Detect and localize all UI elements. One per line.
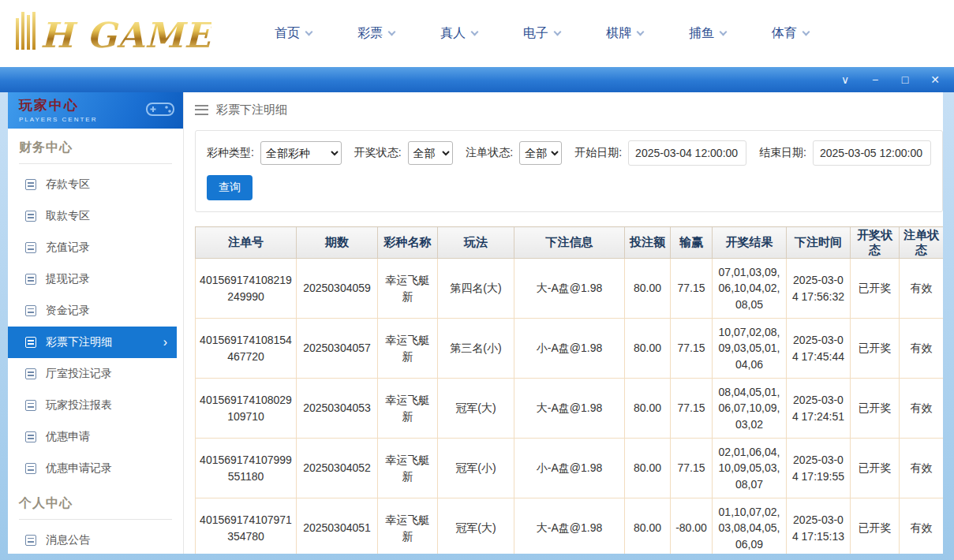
nav-item-home[interactable]: 首页	[275, 25, 312, 42]
table-cell: 有效	[900, 498, 944, 554]
column-header: 开奖状态	[851, 227, 900, 259]
sidebar-item-lottery-bet-details[interactable]: 彩票下注明细 ›	[8, 327, 177, 358]
sidebar-item-label: 玩家投注报表	[46, 398, 112, 413]
nav-label: 首页	[275, 25, 300, 42]
table-row: 40156917410797135478020250304051幸运飞艇新冠军(…	[196, 498, 944, 554]
breadcrumb: 彩票下注明细	[195, 92, 943, 127]
player-center-header: 玩家中心 PLAYERS CENTER	[8, 92, 183, 129]
draw-status-label: 开奖状态:	[354, 146, 402, 160]
finance-menu: 存款专区 取款专区 充值记录 提现记录 资金记录 彩票下注明细 ›	[8, 164, 183, 484]
hamburger-menu-icon[interactable]	[195, 105, 208, 115]
page-title: 彩票下注明细	[216, 103, 287, 118]
logo-decoration-icon	[16, 15, 36, 53]
table-cell: 10,07,02,08,09,03,05,01,04,06	[713, 319, 787, 379]
logo-text: H GAME	[40, 18, 211, 53]
table-cell: 冠军(小)	[438, 439, 514, 498]
table-cell: 20250304057	[297, 319, 378, 379]
filter-row: 彩种类型: 全部彩种 开奖状态: 全部 注单状态: 全部 开始日期: 结束日期:	[207, 140, 931, 166]
table-cell: 已开奖	[851, 259, 900, 319]
table-cell: 401569174108029109710	[196, 379, 297, 439]
sidebar-item-promo-apply-records[interactable]: 优惠申请记录	[8, 453, 183, 484]
sidebar-item-label: 取款专区	[46, 209, 90, 223]
chevron-down-icon	[637, 28, 645, 36]
nav-item-boardgames[interactable]: 棋牌	[606, 25, 643, 42]
column-header: 投注额	[625, 227, 671, 259]
table-cell: 401569174108154467720	[196, 319, 297, 379]
draw-status-select[interactable]: 全部	[408, 141, 454, 165]
table-cell: 02,01,06,04,10,09,05,03,08,07	[713, 439, 787, 498]
table-cell: 2025-03-04 17:45:44	[787, 319, 851, 379]
nav-item-sports[interactable]: 体育	[772, 25, 809, 42]
player-bet-report-icon	[25, 400, 36, 411]
sidebar-item-recharge-records[interactable]: 充值记录	[8, 232, 183, 263]
table-cell: 80.00	[625, 319, 671, 379]
sidebar-item-promo-apply[interactable]: 优惠申请	[8, 421, 183, 453]
table-cell: 幸运飞艇新	[378, 498, 438, 554]
nav-label: 体育	[772, 25, 797, 42]
sidebar-item-hall-bet-records[interactable]: 厅室投注记录	[8, 358, 183, 390]
table-cell: 401569174107971354780	[196, 498, 297, 554]
column-header: 下注时间	[787, 227, 851, 259]
start-date-input[interactable]	[628, 140, 746, 166]
table-cell: 幸运飞艇新	[378, 259, 438, 319]
table-cell: 幸运飞艇新	[378, 439, 438, 498]
table-cell: 07,01,03,09,06,10,04,02,08,05	[713, 259, 787, 319]
column-header: 彩种名称	[378, 227, 438, 259]
chevron-down-icon	[305, 28, 313, 36]
sidebar-item-label: 提现记录	[46, 272, 90, 286]
table-row: 40156917410815446772020250304057幸运飞艇新第三名…	[196, 319, 944, 379]
table-cell: 2025-03-04 17:24:51	[787, 379, 851, 439]
sidebar-item-player-bet-report[interactable]: 玩家投注报表	[8, 390, 183, 421]
table-cell: 小-A盘@1.98	[514, 319, 625, 379]
chevron-down-icon	[720, 28, 728, 36]
table-cell: 大-A盘@1.98	[514, 379, 625, 439]
nav-item-electronic[interactable]: 电子	[523, 25, 560, 42]
nav-item-fishing[interactable]: 捕鱼	[689, 25, 726, 42]
nav-label: 电子	[523, 25, 548, 42]
order-status-select[interactable]: 全部	[519, 141, 562, 165]
window-minimize-icon[interactable]: −	[869, 74, 881, 85]
sidebar-item-announcements[interactable]: 消息公告	[8, 525, 183, 554]
sidebar: 玩家中心 PLAYERS CENTER 财务中心 存款专区 取款专区	[8, 92, 184, 554]
nav-label: 棋牌	[606, 25, 631, 42]
column-header: 下注信息	[514, 227, 625, 259]
table-cell: 已开奖	[851, 379, 900, 439]
chevron-down-icon	[802, 28, 810, 36]
table-cell: 2025-03-04 17:15:13	[787, 498, 851, 554]
sidebar-item-withdraw-records[interactable]: 提现记录	[8, 263, 183, 295]
section-title-personal: 个人中心	[19, 495, 172, 520]
nav-item-lottery[interactable]: 彩票	[357, 25, 395, 42]
lottery-type-select[interactable]: 全部彩种	[260, 141, 342, 165]
table-cell: 2025-03-04 17:19:55	[787, 439, 851, 498]
column-header: 注单状态	[900, 227, 944, 259]
table-cell: 20250304053	[297, 379, 378, 439]
table-cell: 幸运飞艇新	[378, 319, 438, 379]
sidebar-item-funds-records[interactable]: 资金记录	[8, 295, 183, 327]
table-header-row: 注单号 期数 彩种名称 玩法 下注信息 投注额 输赢 开奖结果 下注时间 开奖状…	[196, 227, 944, 259]
table-cell: 401569174107999551180	[196, 439, 297, 498]
section-title-finance: 财务中心	[19, 140, 172, 164]
table-cell: 有效	[900, 259, 944, 319]
window-dropdown-icon[interactable]: ∨	[839, 74, 851, 85]
nav-label: 彩票	[357, 25, 383, 42]
table-cell: 80.00	[625, 498, 671, 554]
column-header: 输赢	[671, 227, 713, 259]
sidebar-item-deposit-zone[interactable]: 存款专区	[8, 169, 183, 200]
search-button[interactable]: 查询	[207, 175, 253, 200]
table-cell: 有效	[900, 439, 944, 498]
table-cell: 77.15	[671, 259, 713, 319]
withdraw-icon	[25, 211, 36, 222]
promo-apply-record-icon	[25, 463, 36, 474]
table-cell: 小-A盘@1.98	[514, 439, 625, 498]
end-date-label: 结束日期:	[759, 146, 806, 160]
table-cell: 冠军(大)	[438, 379, 514, 439]
end-date-input[interactable]	[813, 140, 931, 166]
order-status-label: 注单状态:	[466, 146, 513, 160]
table-cell: 80.00	[625, 439, 671, 498]
sidebar-item-withdraw-zone[interactable]: 取款专区	[8, 200, 183, 232]
nav-label: 捕鱼	[689, 25, 714, 42]
nav-item-live[interactable]: 真人	[440, 25, 477, 42]
bets-table: 注单号 期数 彩种名称 玩法 下注信息 投注额 输赢 开奖结果 下注时间 开奖状…	[195, 226, 943, 554]
window-close-icon[interactable]: ✕	[929, 74, 941, 85]
window-maximize-icon[interactable]: □	[899, 74, 911, 85]
